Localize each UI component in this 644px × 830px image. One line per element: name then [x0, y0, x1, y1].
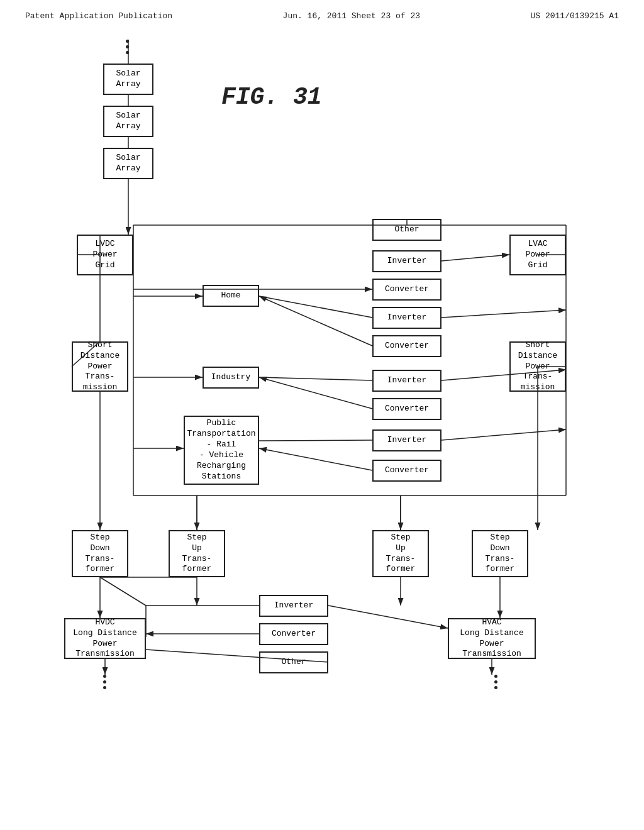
svg-line-23: [259, 440, 372, 441]
public-transport-box: PublicTransportation- Rail- VehicleRecha…: [184, 416, 259, 485]
industry-box: Industry: [203, 367, 259, 389]
converter-1-box: Converter: [372, 279, 441, 301]
fig-label: FIG. 31: [221, 84, 322, 111]
home-box: Home: [203, 285, 259, 307]
solar-array-3: SolarArray: [103, 148, 153, 179]
lvac-power-grid: LVACPowerGrid: [509, 235, 566, 275]
converter-bottom-box: Converter: [259, 623, 328, 645]
lvdc-power-grid: LVDCPowerGrid: [77, 235, 133, 275]
dots-top: [126, 40, 129, 54]
converter-2-box: Converter: [372, 335, 441, 357]
diagram-container: FIG. 31 SolarArray SolarArray SolarArray…: [52, 33, 592, 775]
step-up-right: StepUpTrans-former: [372, 530, 429, 577]
svg-line-12: [441, 255, 509, 261]
inverter-bottom-box: Inverter: [259, 595, 328, 617]
header-right: US 2011/0139215 A1: [531, 11, 619, 21]
hvac-long: HVACLong DistancePower Transmission: [448, 618, 536, 659]
inverter-2-box: Inverter: [372, 307, 441, 329]
inverter-3-box: Inverter: [372, 370, 441, 392]
converter-4-box: Converter: [372, 460, 441, 482]
step-up-left: StepUpTrans-former: [169, 530, 225, 577]
short-dist-right: ShortDistancePowerTrans-mission: [509, 341, 566, 392]
svg-line-25: [259, 448, 372, 470]
short-dist-left: ShortDistancePowerTrans-mission: [72, 341, 128, 392]
other-bottom-box: Other: [259, 651, 328, 673]
svg-line-48: [100, 577, 146, 606]
svg-line-21: [259, 377, 372, 409]
dots-bottom-left: [103, 675, 106, 689]
header-center: Jun. 16, 2011 Sheet 23 of 23: [283, 11, 420, 21]
step-down-right: StepDownTrans-former: [472, 530, 528, 577]
svg-line-24: [441, 429, 566, 440]
solar-array-1: SolarArray: [103, 64, 153, 95]
step-down-left: StepDownTrans-former: [72, 530, 128, 577]
inverter-1-box: Inverter: [372, 250, 441, 272]
header-left: Patent Application Publication: [25, 11, 172, 21]
svg-line-19: [259, 377, 372, 380]
hvdc-long: HVDCLong DistancePower Transmission: [64, 618, 146, 659]
inverter-4-box: Inverter: [372, 429, 441, 451]
solar-array-2: SolarArray: [103, 106, 153, 137]
svg-line-39: [328, 606, 448, 628]
converter-3-box: Converter: [372, 398, 441, 420]
other-top-box: Other: [372, 219, 441, 241]
svg-line-17: [259, 296, 372, 346]
svg-line-16: [441, 310, 566, 318]
dots-bottom-right: [494, 675, 497, 689]
page-header: Patent Application Publication Jun. 16, …: [0, 0, 644, 21]
svg-line-15: [259, 296, 372, 318]
